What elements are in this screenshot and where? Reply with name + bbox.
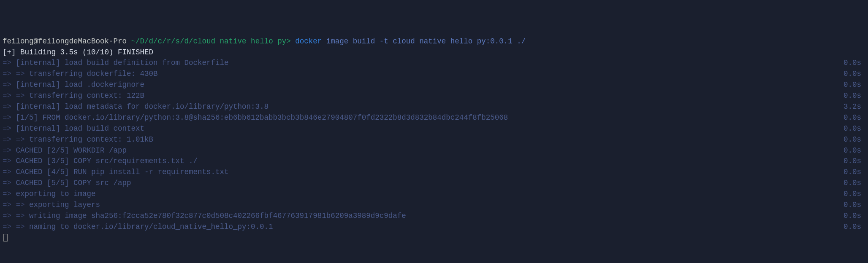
step-time: 0.0s — [844, 211, 865, 222]
build-header-line: [+] Building 3.5s (10/10) FINISHED — [3, 47, 865, 58]
cursor-icon — [3, 234, 8, 242]
step-text: transferring dockerfile: 430B — [29, 70, 158, 78]
prompt-path: ~/D/d/c/r/s/d/cloud_native_hello_py — [131, 37, 287, 46]
step-time: 0.0s — [844, 113, 865, 123]
step-text: CACHED [3/5] COPY src/requirements.txt .… — [16, 157, 198, 165]
step-text: transferring context: 122B — [29, 91, 144, 100]
step-arrow: => — [3, 179, 16, 187]
step-arrow: => => — [3, 223, 29, 231]
step-arrow: => — [3, 59, 16, 67]
step-text: CACHED [4/5] RUN pip install -r requirem… — [16, 168, 229, 176]
command-main: docker — [295, 37, 322, 46]
step-time: 0.0s — [844, 167, 865, 178]
command-args: image build -t cloud_native_hello_py:0.0… — [322, 37, 526, 46]
step-time: 0.0s — [844, 69, 865, 80]
build-step-line: => [internal] load .dockerignore0.0s — [3, 80, 865, 91]
step-time: 0.0s — [844, 145, 865, 156]
prompt-user-host: feilong@feilongdeMacBook-Pro — [3, 37, 127, 46]
step-arrow: => — [3, 157, 16, 165]
step-arrow: => => — [3, 201, 29, 209]
step-arrow: => — [3, 146, 16, 155]
build-step-line: => [internal] load metadata for docker.i… — [3, 102, 865, 113]
step-text: CACHED [5/5] COPY src /app — [16, 179, 131, 187]
step-time: 0.0s — [844, 189, 865, 200]
step-time: 0.0s — [844, 178, 865, 189]
step-text: naming to docker.io/library/cloud_native… — [29, 223, 273, 231]
step-time: 0.0s — [844, 58, 865, 69]
prompt-delimiter: > — [286, 37, 291, 46]
build-step-line: => CACHED [3/5] COPY src/requirements.tx… — [3, 156, 865, 167]
step-arrow: => — [3, 168, 16, 176]
prompt-line: feilong@feilongdeMacBook-Pro ~/D/d/c/r/s… — [3, 36, 865, 47]
build-header: [+] Building 3.5s (10/10) FINISHED — [3, 47, 153, 58]
build-step-line: => => writing image sha256:f2cca52e780f3… — [3, 211, 865, 222]
step-arrow: => — [3, 113, 16, 122]
step-text: transferring context: 1.01kB — [29, 135, 153, 144]
build-step-line: => CACHED [5/5] COPY src /app0.0s — [3, 178, 865, 189]
step-arrow: => => — [3, 212, 29, 220]
terminal-output[interactable]: feilong@feilongdeMacBook-Pro ~/D/d/c/r/s… — [3, 36, 865, 244]
step-time: 0.0s — [844, 156, 865, 167]
step-text: exporting to image — [16, 190, 96, 198]
cursor-line — [3, 233, 865, 244]
step-text: CACHED [2/5] WORKDIR /app — [16, 146, 127, 155]
build-step-line: => CACHED [2/5] WORKDIR /app0.0s — [3, 145, 865, 156]
step-arrow: => — [3, 81, 16, 89]
step-arrow: => — [3, 102, 16, 111]
step-text: [internal] load metadata for docker.io/l… — [16, 102, 269, 111]
step-time: 0.0s — [844, 222, 865, 233]
step-text: [internal] load build definition from Do… — [16, 59, 229, 67]
step-text: [internal] load build context — [16, 124, 145, 133]
build-step-line: => exporting to image0.0s — [3, 189, 865, 200]
step-text: writing image sha256:f2cca52e780f32c877c… — [29, 212, 406, 220]
step-text: exporting layers — [29, 201, 100, 209]
step-time: 3.2s — [844, 102, 865, 113]
build-step-line: => => transferring context: 1.01kB0.0s — [3, 134, 865, 145]
build-step-line: => [1/5] FROM docker.io/library/python:3… — [3, 113, 865, 123]
build-step-line: => [internal] load build definition from… — [3, 58, 865, 69]
build-step-line: => => exporting layers0.0s — [3, 200, 865, 211]
build-step-line: => => transferring context: 122B0.0s — [3, 91, 865, 102]
step-text: [1/5] FROM docker.io/library/python:3.8@… — [16, 113, 508, 122]
build-step-line: => => transferring dockerfile: 430B0.0s — [3, 69, 865, 80]
step-time: 0.0s — [844, 123, 865, 134]
build-step-line: => => naming to docker.io/library/cloud_… — [3, 222, 865, 233]
step-time: 0.0s — [844, 200, 865, 211]
step-time: 0.0s — [844, 80, 865, 91]
step-text: [internal] load .dockerignore — [16, 81, 145, 89]
step-arrow: => => — [3, 70, 29, 78]
build-step-line: => [internal] load build context0.0s — [3, 123, 865, 134]
step-arrow: => — [3, 190, 16, 198]
step-time: 0.0s — [844, 134, 865, 145]
step-arrow: => — [3, 124, 16, 133]
step-arrow: => => — [3, 91, 29, 100]
step-time: 0.0s — [844, 91, 865, 102]
step-arrow: => => — [3, 135, 29, 144]
build-step-line: => CACHED [4/5] RUN pip install -r requi… — [3, 167, 865, 178]
